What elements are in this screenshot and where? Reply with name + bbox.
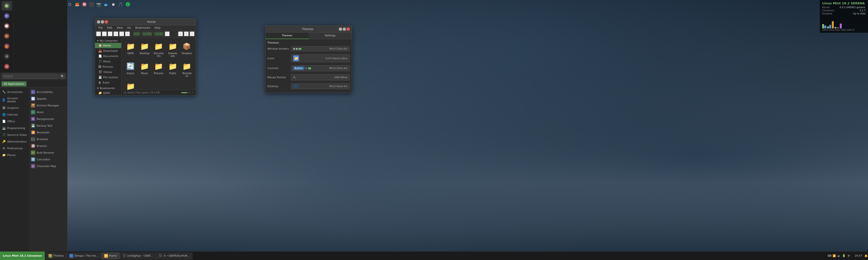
launcher-icon-camera[interactable]: 📷: [95, 1, 102, 8]
home-button[interactable]: ⌂: [119, 31, 124, 37]
fm-file-data[interactable]: 📁 DATA: [124, 40, 136, 58]
theme-preview-icons[interactable]: 📁 Surfn-Papirus-Blue: [291, 54, 350, 62]
menu-cat-places[interactable]: 📁 Places: [0, 152, 29, 158]
menu-cat-office[interactable]: 📄 Office: [0, 118, 29, 125]
menu-app-bluetooth[interactable]: 📶 Bluetooth: [29, 129, 67, 136]
menu-search-input[interactable]: [2, 74, 59, 79]
menu-nav-recent[interactable]: 🕐: [1, 21, 12, 31]
fm-sidebar-downloads[interactable]: 📥 Downloads: [95, 48, 121, 53]
menu-bookmarks[interactable]: Bookmarks: [133, 26, 152, 30]
window-maximize-btn[interactable]: [101, 20, 104, 24]
themes-tab-settings[interactable]: Settings: [309, 33, 352, 39]
window-close-btn[interactable]: [105, 20, 108, 24]
menu-nav-gear[interactable]: ⚙: [1, 31, 12, 41]
taskbar-item-terminal2[interactable]: ⬛ ① ~/DATA/Surfn/R...: [156, 253, 192, 259]
fm-file-dropbox[interactable]: 📦 Dropbox: [181, 40, 193, 58]
theme-preview-mouse[interactable]: ↖ DMZ-White: [291, 74, 350, 80]
menu-app-brackets[interactable]: { } Brackets: [29, 136, 67, 143]
themes-add-remove-link[interactable]: Add/remove desktop themes...: [309, 91, 350, 93]
menu-app-backup[interactable]: 💾 Backup Tool: [29, 122, 67, 129]
refresh-button[interactable]: ↻: [113, 31, 119, 37]
menu-cat-account[interactable]: 👤 Account details: [0, 95, 29, 105]
taskbar-item-themes[interactable]: 🎨 Themes: [46, 253, 66, 259]
breadcrumb-config[interactable]: config: [142, 32, 152, 36]
menu-go[interactable]: Go: [125, 26, 133, 30]
launcher-icon-chromium[interactable]: [81, 1, 88, 8]
themes-nav-next[interactable]: ›: [272, 27, 277, 31]
menu-app-calculator[interactable]: 🔢 Calculator: [29, 156, 67, 163]
themes-maximize-btn[interactable]: [343, 28, 346, 31]
menu-cat-preferences[interactable]: ⚙ Preferences: [0, 145, 29, 152]
taskbar-clock[interactable]: 19:57: [852, 254, 864, 257]
tray-icon-volume[interactable]: 🔉: [837, 254, 841, 258]
menu-app-atom[interactable]: ⚛ Atom: [29, 109, 67, 116]
breadcrumb-arik[interactable]: arik: [133, 32, 140, 36]
menu-cat-accessories[interactable]: 🔧 Accessories: [0, 88, 29, 95]
breadcrumb-expand-btn[interactable]: ›: [165, 31, 170, 37]
fm-file-music[interactable]: 📁 Music: [138, 60, 151, 78]
menu-cat-sound[interactable]: 🎵 Sound & Video: [0, 132, 29, 138]
fm-file-pictures[interactable]: 📁 Pictures: [153, 60, 165, 78]
fm-sidebar-filesystem[interactable]: 💾 File System: [95, 75, 121, 80]
view-list-btn[interactable]: ☰: [184, 31, 189, 37]
menu-cat-programming[interactable]: 💻 Programming: [0, 125, 29, 132]
breadcrumb-conky[interactable]: conky: [154, 32, 164, 36]
taskbar-item-home[interactable]: 📁 Home: [101, 253, 119, 259]
back-button[interactable]: ‹: [96, 31, 101, 37]
menu-app-bulk-rename[interactable]: ✏ Bulk Rename: [29, 149, 67, 156]
menu-app-archive[interactable]: 📦 Archive Manager: [29, 102, 67, 109]
menu-app-applets[interactable]: ⬜ Applets: [29, 95, 67, 102]
launcher-icon-music[interactable]: 🎵: [117, 1, 124, 8]
tray-icon-battery[interactable]: 🔋: [842, 254, 846, 258]
themes-nav-prev[interactable]: ‹: [268, 27, 272, 31]
menu-nav-star[interactable]: ★: [1, 11, 12, 21]
menu-file[interactable]: File: [96, 26, 105, 30]
fm-zoom-slider[interactable]: [181, 92, 191, 93]
tray-icon-settings[interactable]: ⚙: [847, 254, 850, 258]
fm-file-downloads[interactable]: 📁 Downloads: [166, 40, 179, 58]
fm-file-templates[interactable]: 📁 Templates: [181, 60, 193, 78]
themes-close-btn[interactable]: [346, 28, 350, 31]
fm-sidebar-music[interactable]: 🎵 Music: [95, 59, 121, 64]
menu-nav-monitor[interactable]: 🖥: [1, 51, 12, 61]
fm-sidebar-home[interactable]: 🏠 Home: [95, 43, 121, 48]
taskbar-item-terminal[interactable]: ⬛ [arik@hp]: ~/DAT...: [120, 253, 156, 259]
view-icons-btn[interactable]: ⊞: [178, 31, 183, 37]
themes-minimize-btn[interactable]: [339, 28, 342, 31]
launcher-icon-spotify[interactable]: ♫: [124, 1, 131, 8]
menu-nav-home[interactable]: 🏠: [1, 1, 12, 10]
menu-cat-admin[interactable]: 🔑 Administration: [0, 138, 29, 145]
fm-sidebar-documents[interactable]: 📄 Documents: [95, 53, 121, 59]
view-compact-btn[interactable]: ≡: [189, 31, 195, 37]
fm-bookmark-data[interactable]: 📁 DATA: [95, 90, 121, 95]
fm-zoom-in[interactable]: +: [192, 91, 194, 94]
launcher-icon-firefox[interactable]: 🦊: [74, 1, 81, 8]
menu-app-backgrounds[interactable]: 🖼 Backgrounds: [29, 116, 67, 122]
tray-icon-network[interactable]: 📶: [832, 254, 836, 258]
taskbar-start-button[interactable]: Linux Mint 18.1 Cinnamon: [0, 252, 45, 260]
fm-sidebar-trash[interactable]: 🗑 Trash: [95, 80, 121, 85]
menu-app-brasero[interactable]: 💿 Brasero: [29, 143, 67, 149]
menu-edit[interactable]: Edit: [105, 26, 114, 30]
fm-file-public[interactable]: 📁 Public: [166, 60, 179, 78]
themes-tab-themes[interactable]: Themes: [266, 33, 309, 39]
theme-preview-window-borders[interactable]: Mint-Y-Dark-Arc: [291, 46, 350, 51]
search-toolbar-button[interactable]: ⊕: [125, 31, 130, 37]
window-minimize-btn[interactable]: [97, 20, 100, 24]
menu-tab-all[interactable]: All Applications: [1, 81, 27, 86]
fm-file-documents[interactable]: 📁 Documents: [153, 40, 165, 58]
menu-cat-internet[interactable]: 🌐 Internet: [0, 111, 29, 118]
launcher-icon-files[interactable]: 🗋: [66, 1, 73, 8]
menu-nav-user[interactable]: ⏻: [1, 62, 12, 71]
forward-button[interactable]: ›: [102, 31, 107, 37]
menu-help[interactable]: Help: [153, 26, 162, 30]
tray-icon-notifications[interactable]: 🔔: [864, 254, 868, 258]
launcher-icon-record[interactable]: ⏺: [110, 1, 117, 8]
fm-file-insync[interactable]: 🔄 Insync: [124, 60, 136, 78]
theme-preview-controls[interactable]: Button Mint-Y-Dark-Arc: [291, 65, 350, 71]
menu-cat-graphics[interactable]: 🖼 Graphics: [0, 105, 29, 111]
taskbar-item-dimgur[interactable]: 🌐 Dimgur: The me...: [67, 253, 101, 259]
fm-file-desktop[interactable]: 📁 Desktop: [138, 40, 151, 58]
menu-app-character-map[interactable]: Ω Character Map: [29, 163, 67, 170]
fm-zoom-out[interactable]: -: [179, 91, 180, 94]
